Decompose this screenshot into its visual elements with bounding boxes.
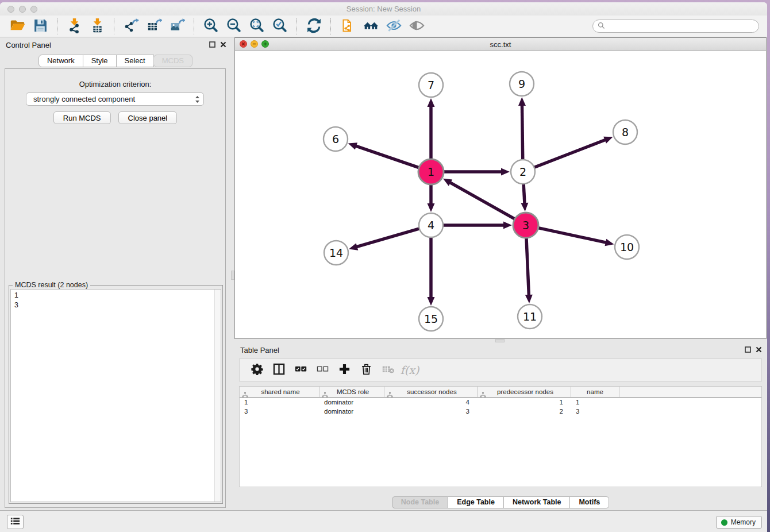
column-header-mcds-role[interactable]: MCDS role (319, 387, 384, 397)
table-cell[interactable]: 3 (384, 407, 478, 416)
task-history-button[interactable] (7, 515, 24, 529)
zoom-fit-button[interactable] (245, 17, 268, 36)
table-mode-button[interactable] (248, 361, 266, 379)
result-scrollbar[interactable] (214, 290, 221, 502)
show-columns-button[interactable] (270, 361, 288, 379)
node-8[interactable]: 8 (613, 120, 637, 144)
edge-2-8[interactable] (534, 137, 613, 168)
search-box[interactable] (592, 20, 759, 33)
table-cell[interactable]: 1 (240, 398, 319, 407)
node-10[interactable]: 10 (615, 235, 639, 259)
table-cell[interactable]: dominator (319, 398, 384, 407)
tab-mcds[interactable]: MCDS (153, 55, 192, 67)
tab-node-table[interactable]: Node Table (392, 496, 448, 508)
node-15[interactable]: 15 (419, 307, 443, 331)
save-session-button[interactable] (29, 17, 52, 36)
edge-2-3[interactable] (521, 183, 528, 211)
edge-4-14[interactable] (349, 229, 420, 250)
edge-2-9[interactable] (518, 97, 526, 160)
table-cell[interactable]: dominator (319, 407, 384, 416)
column-header-predecessor-nodes[interactable]: predecessor nodes (478, 387, 571, 397)
edge-3-1[interactable] (443, 179, 515, 219)
node-7[interactable]: 7 (419, 73, 443, 97)
edge-4-15[interactable] (428, 237, 435, 306)
node-9[interactable]: 9 (510, 72, 534, 96)
column-header-successor-nodes[interactable]: successor nodes (384, 387, 478, 397)
export-table-button[interactable] (143, 17, 165, 36)
table-cell[interactable]: 1 (571, 398, 619, 407)
svg-text:3: 3 (522, 219, 529, 232)
table-cell[interactable]: 4 (384, 398, 478, 407)
unselect-all-columns-icon (317, 363, 329, 377)
node-3[interactable]: 3 (513, 213, 538, 238)
run-mcds-button[interactable]: Run MCDS (53, 111, 111, 124)
node-6[interactable]: 6 (324, 127, 348, 151)
column-header-name[interactable]: name (571, 387, 619, 397)
table-toolbar: f(x) (239, 358, 762, 381)
export-network-icon (124, 18, 139, 35)
table-panel-title: Table Panel (240, 346, 279, 354)
table-tabs: Node TableEdge TableNetwork TableMotifs (234, 496, 767, 508)
table-cell[interactable]: 3 (571, 407, 619, 416)
node-4[interactable]: 4 (419, 213, 443, 237)
table-cell[interactable]: 3 (240, 407, 319, 416)
new-network-from-selection-button[interactable] (336, 17, 359, 36)
delete-column-icon (360, 363, 372, 377)
hide-selected-button[interactable] (382, 17, 405, 36)
edge-3-10[interactable] (538, 228, 614, 246)
node-11[interactable]: 11 (518, 304, 542, 329)
zoom-in-button[interactable] (199, 17, 222, 36)
import-network-icon (67, 18, 82, 35)
export-image-button[interactable] (165, 17, 188, 36)
tab-edge-table[interactable]: Edge Table (448, 496, 504, 508)
search-input[interactable] (608, 22, 754, 30)
close-panel-button[interactable]: Close panel (118, 111, 178, 124)
tab-select[interactable]: Select (117, 55, 154, 67)
tab-style[interactable]: Style (83, 55, 117, 67)
edge-3-11[interactable] (525, 237, 533, 303)
open-session-button[interactable] (6, 17, 29, 36)
tab-network[interactable]: Network (38, 55, 83, 67)
node-1[interactable]: 1 (418, 159, 444, 184)
node-2[interactable]: 2 (511, 160, 535, 184)
select-all-columns-icon (295, 363, 307, 377)
select-all-columns-button[interactable] (291, 361, 310, 379)
network-window-titlebar: scc.txt (235, 38, 766, 51)
create-column-button[interactable] (335, 361, 353, 379)
close-table-panel-icon[interactable] (756, 346, 762, 354)
edge-4-3[interactable] (442, 222, 512, 229)
table-cell[interactable]: 1 (478, 398, 571, 407)
first-neighbors-button[interactable] (359, 17, 382, 36)
import-table-button[interactable] (86, 17, 109, 36)
mcds-result-text[interactable]: 13 (10, 289, 221, 502)
edge-1-2[interactable] (443, 168, 510, 176)
edge-1-4[interactable] (428, 184, 435, 212)
float-table-panel-icon[interactable] (745, 346, 751, 354)
node-14[interactable]: 14 (324, 241, 348, 265)
column-label: MCDS role (337, 388, 369, 395)
tab-network-table[interactable]: Network Table (504, 496, 571, 508)
close-panel-icon[interactable] (220, 41, 226, 49)
add-column-icon (338, 363, 351, 377)
table-row[interactable]: 3dominator323 (240, 407, 761, 416)
edge-1-6[interactable] (348, 142, 419, 168)
zoom-selected-button[interactable] (268, 17, 291, 36)
function-builder-button: f(x) (401, 361, 419, 379)
network-canvas[interactable]: 1234678910111415 (235, 52, 766, 338)
refresh-layout-button[interactable] (302, 17, 325, 36)
import-network-button[interactable] (63, 17, 86, 36)
table-cell[interactable]: 2 (478, 407, 571, 416)
edge-1-7[interactable] (428, 98, 435, 160)
column-header-shared-name[interactable]: shared name (240, 387, 319, 397)
delete-columns-button[interactable] (357, 361, 375, 379)
criterion-select[interactable]: strongly connected component (26, 92, 204, 106)
zoom-out-button[interactable] (222, 17, 245, 36)
table-row[interactable]: 1dominator411 (240, 398, 761, 407)
memory-button[interactable]: Memory (716, 516, 762, 529)
export-table-icon (147, 18, 162, 35)
show-all-button[interactable] (405, 17, 428, 36)
export-network-button[interactable] (120, 17, 143, 36)
unselect-all-columns-button[interactable] (313, 361, 332, 379)
float-panel-icon[interactable] (209, 41, 215, 49)
tab-motifs[interactable]: Motifs (570, 496, 609, 508)
